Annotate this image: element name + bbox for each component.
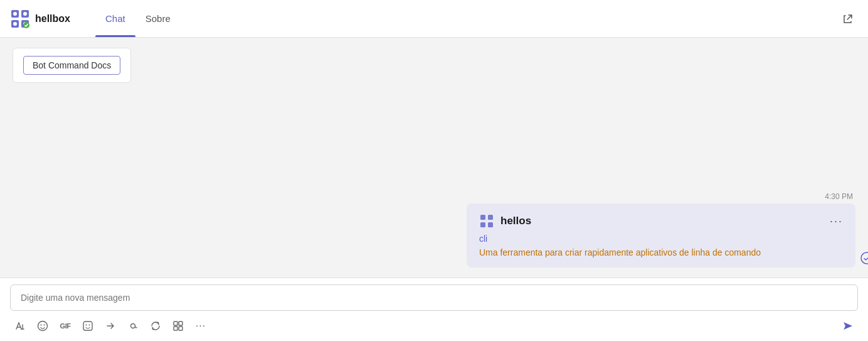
- bubble-app-icon: [479, 214, 494, 229]
- loop-icon[interactable]: [146, 316, 166, 336]
- brand-icon: [10, 9, 30, 29]
- svg-point-19: [89, 325, 90, 326]
- svg-rect-21: [179, 322, 183, 325]
- emoji-icon[interactable]: [33, 316, 53, 336]
- svg-point-16: [44, 325, 45, 326]
- svg-rect-9: [480, 215, 485, 220]
- svg-rect-20: [174, 322, 177, 325]
- navbar: hellbox Chat Sobre: [0, 0, 868, 38]
- mention-icon[interactable]: [123, 316, 143, 336]
- nav-tabs: Chat Sobre: [95, 0, 181, 37]
- apps-icon[interactable]: [168, 316, 188, 336]
- messages-area: Bot Command Docs 4:30 PM: [0, 38, 868, 278]
- message-group: 4:30 PM: [13, 192, 855, 268]
- send-button[interactable]: [838, 316, 858, 336]
- svg-point-6: [13, 22, 17, 26]
- main-area: Bot Command Docs 4:30 PM: [0, 38, 868, 341]
- tab-sobre[interactable]: Sobre: [135, 0, 181, 37]
- gif-icon[interactable]: GIF: [55, 316, 75, 336]
- svg-rect-11: [480, 222, 485, 227]
- svg-rect-22: [174, 327, 177, 330]
- forward-icon[interactable]: [100, 316, 120, 336]
- svg-point-8: [23, 22, 29, 28]
- sticker-icon[interactable]: [78, 316, 98, 336]
- checkmark-icon: [860, 252, 868, 268]
- svg-point-5: [23, 12, 27, 16]
- more-toolbar-icon[interactable]: ···: [191, 316, 211, 336]
- bubble-title-row: hellos: [479, 214, 531, 229]
- brand-name: hellbox: [35, 13, 70, 24]
- tab-chat[interactable]: Chat: [95, 0, 135, 37]
- bubble-header: hellos ···: [479, 214, 843, 229]
- brand: hellbox: [10, 9, 70, 29]
- svg-point-14: [38, 322, 48, 331]
- input-area: GIF: [0, 278, 868, 341]
- svg-point-15: [41, 325, 42, 326]
- svg-point-18: [86, 325, 87, 326]
- svg-rect-17: [83, 322, 92, 330]
- bubble-title: hellos: [500, 215, 531, 227]
- message-bubble: hellos ··· cli Uma ferramenta para criar…: [467, 203, 855, 268]
- format-icon[interactable]: [10, 316, 30, 336]
- svg-rect-23: [179, 327, 183, 330]
- toolbar: GIF: [10, 316, 858, 336]
- bubble-description: Uma ferramenta para criar rapidamente ap…: [479, 247, 843, 257]
- svg-point-4: [13, 12, 17, 16]
- bubble-subtitle: cli: [479, 234, 843, 244]
- external-link-icon[interactable]: [838, 9, 858, 29]
- message-input[interactable]: [10, 284, 858, 311]
- svg-rect-12: [488, 222, 493, 227]
- svg-rect-10: [488, 215, 493, 220]
- bot-command-docs-button[interactable]: Bot Command Docs: [23, 56, 120, 75]
- message-timestamp: 4:30 PM: [825, 192, 855, 201]
- more-options-icon[interactable]: ···: [830, 215, 843, 228]
- bot-command-card: Bot Command Docs: [13, 48, 131, 83]
